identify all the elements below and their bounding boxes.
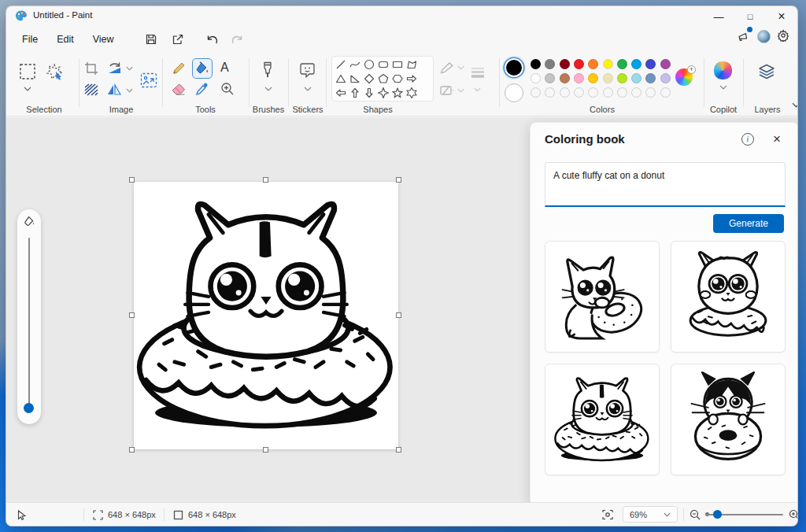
- palette-color-C3C3C3[interactable]: [545, 73, 555, 83]
- shape-fill-icon[interactable]: [439, 84, 455, 97]
- resize-handle-e[interactable]: [396, 312, 401, 318]
- shape-star-5-icon[interactable]: [390, 86, 405, 100]
- rotate-icon[interactable]: [107, 61, 123, 76]
- shape-hexagon-icon[interactable]: [390, 72, 405, 86]
- shape-ellipse-icon[interactable]: [362, 57, 376, 72]
- shape-arrow-up-icon[interactable]: [348, 86, 362, 100]
- shape-pentagon-icon[interactable]: [376, 72, 390, 86]
- resize-handle-w[interactable]: [129, 312, 135, 318]
- color2-swatch[interactable]: [505, 83, 523, 102]
- resize-handle-n[interactable]: [263, 177, 268, 183]
- close-button[interactable]: ×: [766, 6, 797, 27]
- minimize-button[interactable]: —: [703, 6, 734, 27]
- stickers-icon[interactable]: [299, 62, 316, 78]
- palette-empty-slot-5[interactable]: [588, 87, 598, 98]
- resize-handle-sw[interactable]: [129, 447, 135, 453]
- save-button[interactable]: [139, 30, 163, 49]
- palette-color-880015[interactable]: [560, 59, 570, 69]
- undo-button[interactable]: [201, 30, 224, 49]
- brushes-icon[interactable]: [261, 61, 275, 79]
- flip-icon[interactable]: [107, 83, 121, 96]
- size-slider-track[interactable]: [28, 238, 30, 411]
- text-tool-icon[interactable]: A: [220, 61, 229, 75]
- palette-color-B97A57[interactable]: [560, 73, 570, 83]
- crop-icon[interactable]: [84, 61, 98, 76]
- info-icon[interactable]: i: [741, 133, 754, 146]
- shape-thickness-icon[interactable]: [469, 66, 486, 80]
- palette-color-FF7F27[interactable]: [588, 59, 598, 69]
- menu-edit[interactable]: Edit: [49, 31, 82, 48]
- shape-thickness-chevron[interactable]: [474, 87, 481, 92]
- fill-tool-icon[interactable]: [195, 61, 209, 76]
- palette-color-3F48CC[interactable]: [645, 59, 656, 69]
- palette-color-B5E61D[interactable]: [617, 73, 627, 83]
- prompt-input[interactable]: A cute fluffy cat on a donut: [545, 162, 786, 207]
- rectangle-select-icon[interactable]: [19, 63, 36, 80]
- shape-triangle-icon[interactable]: [334, 72, 348, 86]
- palette-color-ED1C24[interactable]: [574, 59, 584, 69]
- palette-empty-slot-1[interactable]: [531, 87, 541, 98]
- shape-polygon-icon[interactable]: [405, 57, 419, 72]
- stickers-chevron[interactable]: [304, 87, 312, 91]
- shape-arrow-right-icon[interactable]: [405, 72, 419, 86]
- zoom-slider-thumb[interactable]: [713, 510, 722, 519]
- generate-button[interactable]: Generate: [713, 214, 784, 233]
- palette-color-22B14C[interactable]: [617, 59, 627, 69]
- result-thumbnail-4[interactable]: [671, 364, 786, 475]
- result-thumbnail-3[interactable]: [545, 364, 660, 475]
- shape-curve-icon[interactable]: [348, 57, 362, 72]
- feedback-icon[interactable]: [738, 29, 751, 44]
- resize-handle-nw[interactable]: [129, 177, 135, 183]
- menu-view[interactable]: View: [85, 31, 122, 48]
- panel-close-icon[interactable]: ×: [770, 132, 784, 146]
- zoom-in-button[interactable]: [789, 503, 798, 526]
- palette-empty-slot-4[interactable]: [574, 87, 584, 98]
- flip-chevron[interactable]: [126, 88, 133, 93]
- palette-color-FFC90E[interactable]: [588, 73, 598, 83]
- settings-gear-icon[interactable]: [777, 29, 789, 44]
- size-slider-thumb[interactable]: [24, 403, 34, 413]
- shape-arrow-left-icon[interactable]: [334, 86, 348, 100]
- palette-color-FFAEC9[interactable]: [574, 73, 584, 83]
- freeform-select-icon[interactable]: [46, 63, 65, 80]
- selection-dropdown-chevron[interactable]: [24, 87, 31, 91]
- shape-star-6-icon[interactable]: [405, 86, 419, 100]
- palette-empty-slot-9[interactable]: [645, 87, 656, 98]
- share-button[interactable]: [166, 30, 190, 49]
- palette-color-C8BFE7[interactable]: [660, 73, 671, 83]
- palette-empty-slot-8[interactable]: [631, 87, 641, 98]
- palette-color-00A2E8[interactable]: [631, 59, 641, 69]
- zoom-level-dropdown[interactable]: 69%: [623, 506, 678, 523]
- palette-empty-slot-10[interactable]: [660, 87, 671, 98]
- shape-outline-icon[interactable]: [439, 61, 455, 74]
- eraser-tool-icon[interactable]: [172, 83, 186, 96]
- shape-right-triangle-icon[interactable]: [348, 72, 362, 86]
- zoom-out-button[interactable]: [690, 503, 701, 526]
- palette-empty-slot-2[interactable]: [545, 87, 555, 98]
- color1-swatch[interactable]: [505, 58, 523, 77]
- resize-handle-ne[interactable]: [396, 177, 401, 183]
- shape-speech-cloud-icon[interactable]: [362, 100, 376, 102]
- color-wheel-button[interactable]: +: [675, 68, 693, 86]
- palette-empty-slot-3[interactable]: [560, 87, 570, 98]
- palette-empty-slot-7[interactable]: [617, 87, 627, 98]
- ribbon-collapse-chevron[interactable]: [792, 102, 798, 108]
- palette-color-A349A4[interactable]: [660, 59, 671, 69]
- pencil-tool-icon[interactable]: [172, 61, 186, 76]
- magnifier-tool-icon[interactable]: [220, 82, 235, 96]
- palette-color-7092BE[interactable]: [645, 73, 656, 83]
- palette-color-FFF200[interactable]: [603, 59, 613, 69]
- copilot-icon[interactable]: [714, 61, 732, 79]
- menu-file[interactable]: File: [14, 31, 46, 48]
- color-picker-tool-icon[interactable]: [195, 82, 209, 96]
- result-thumbnail-2[interactable]: [671, 241, 786, 353]
- shape-arrow-down-icon[interactable]: [362, 86, 376, 100]
- shape-outline-chevron[interactable]: [457, 65, 464, 70]
- shape-line-icon[interactable]: [334, 57, 348, 72]
- resize-icon[interactable]: [84, 83, 98, 96]
- titlebar[interactable]: Untitled - Paint — □ ×: [6, 6, 797, 25]
- shape-rectangle-icon[interactable]: [390, 57, 405, 72]
- shape-rounded-rectangle-icon[interactable]: [376, 57, 390, 72]
- fit-to-screen-button[interactable]: [602, 503, 613, 526]
- shape-lightning-icon[interactable]: [390, 100, 405, 102]
